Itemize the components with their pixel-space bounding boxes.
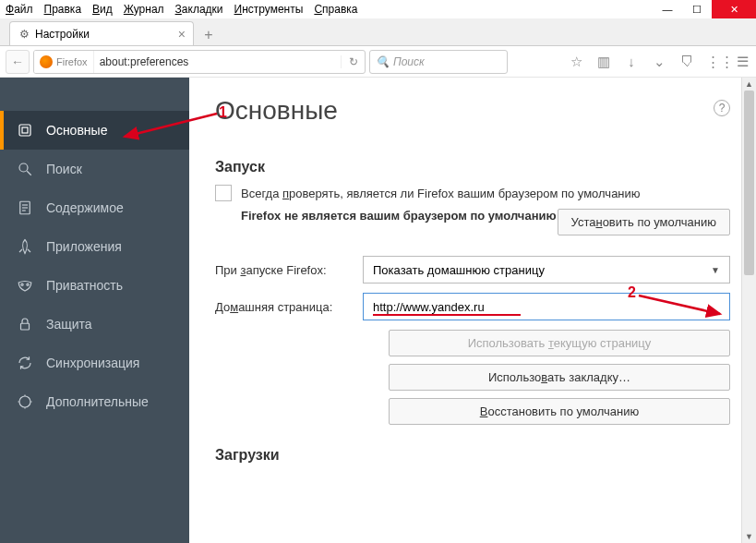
minimize-button[interactable]: — [653, 0, 682, 18]
tab-close-icon[interactable]: × [178, 27, 186, 42]
menubar: Файл Правка Вид Журнал Закладки Инструме… [0, 0, 756, 18]
homepage-label: Домашняя страница: [215, 300, 363, 314]
sidebar-icon[interactable]: ▥ [595, 54, 612, 70]
addons-icon[interactable]: ⋮⋮ [706, 54, 723, 70]
main-panel: Основные ? Запуск Всегда проверять, явля… [189, 78, 756, 543]
menu-edit[interactable]: Правка [44, 3, 82, 16]
urlbar[interactable]: Firefox about:preferences ↻ [33, 50, 366, 74]
preferences-sidebar: Основные Поиск Содержимое Приложения При… [0, 78, 189, 543]
downloads-heading: Загрузки [215, 447, 730, 464]
sidebar-item-applications[interactable]: Приложения [0, 227, 189, 266]
use-bookmark-button[interactable]: Использовать закладку… [389, 364, 730, 391]
sidebar-item-privacy[interactable]: Приватность [0, 266, 189, 305]
menu-view[interactable]: Вид [92, 3, 113, 16]
homepage-input[interactable]: http://www.yandex.ru [363, 293, 730, 320]
sync-icon [17, 355, 33, 371]
advanced-icon [17, 393, 33, 410]
back-button[interactable]: ← [6, 50, 30, 74]
scroll-down-icon[interactable]: ▼ [742, 530, 756, 543]
search-icon: 🔍 [376, 55, 390, 68]
general-icon [17, 122, 33, 139]
sidebar-item-content[interactable]: Содержимое [0, 188, 189, 227]
help-icon[interactable]: ? [714, 100, 730, 116]
not-default-text: Firefox не является вашим браузером по у… [241, 209, 558, 223]
svg-rect-1 [22, 127, 28, 133]
mask-icon [17, 277, 33, 294]
lock-icon [17, 316, 33, 332]
use-current-button[interactable]: Использовать текущую страницу [389, 330, 730, 356]
annotation-underline [373, 314, 521, 316]
search-icon [17, 161, 33, 177]
downloads-icon[interactable]: ↓ [623, 54, 640, 69]
menu-bookmarks[interactable]: Закладки [175, 3, 223, 16]
on-start-select[interactable]: Показать домашнюю страницу ▼ [363, 256, 730, 284]
sidebar-item-security[interactable]: Защита [0, 305, 189, 344]
newtab-button[interactable]: + [198, 25, 220, 45]
scroll-up-icon[interactable]: ▲ [742, 78, 756, 90]
make-default-button[interactable]: Установить по умолчанию [558, 209, 730, 235]
svg-rect-0 [19, 125, 30, 136]
bookmark-star-icon[interactable]: ☆ [568, 54, 584, 70]
startup-heading: Запуск [215, 159, 730, 175]
chevron-down-icon: ▼ [711, 265, 720, 275]
scrollbar[interactable]: ▲ ▼ [741, 78, 756, 543]
scroll-thumb[interactable] [744, 90, 754, 275]
svg-point-8 [21, 284, 23, 285]
on-start-label: При запуске Firefox: [215, 263, 363, 277]
close-button[interactable]: ✕ [712, 0, 756, 18]
searchbox[interactable]: 🔍 Поиск [369, 50, 508, 74]
reload-icon[interactable]: ↻ [341, 55, 365, 68]
tabbar: ⚙ Настройки × + [0, 18, 756, 46]
svg-line-3 [27, 171, 31, 175]
menu-file[interactable]: Файл [6, 3, 33, 16]
sidebar-item-sync[interactable]: Синхронизация [0, 344, 189, 382]
toolbar: ← Firefox about:preferences ↻ 🔍 Поиск ☆ … [0, 46, 756, 78]
rocket-icon [17, 238, 33, 255]
menu-icon[interactable]: ☰ [734, 54, 750, 70]
gear-icon: ⚙ [19, 28, 30, 41]
sidebar-item-search[interactable]: Поиск [0, 150, 189, 188]
maximize-button[interactable]: ☐ [682, 0, 712, 18]
tab-preferences[interactable]: ⚙ Настройки × [9, 21, 194, 45]
svg-point-9 [27, 284, 29, 285]
menu-history[interactable]: Журнал [124, 3, 164, 16]
menu-help[interactable]: Справка [314, 3, 357, 16]
content: Основные Поиск Содержимое Приложения При… [0, 78, 756, 543]
page-title: Основные [215, 96, 730, 126]
svg-point-2 [19, 163, 28, 172]
document-icon [17, 199, 33, 216]
pocket-icon[interactable]: ⌄ [651, 54, 667, 70]
always-check-checkbox[interactable] [215, 185, 232, 201]
firefox-icon [40, 55, 53, 68]
always-check-label: Всегда проверять, является ли Firefox ва… [241, 187, 641, 200]
url-address[interactable]: about:preferences [94, 55, 341, 68]
restore-default-button[interactable]: Восстановить по умолчанию [389, 398, 730, 425]
shield-icon[interactable]: ⛉ [678, 54, 695, 69]
menu-tools[interactable]: Инструменты [234, 3, 304, 16]
svg-point-11 [19, 396, 30, 407]
sidebar-item-general[interactable]: Основные [0, 111, 189, 150]
tab-title: Настройки [35, 28, 90, 41]
sidebar-item-advanced[interactable]: Дополнительные [0, 382, 189, 421]
svg-rect-10 [21, 323, 30, 330]
